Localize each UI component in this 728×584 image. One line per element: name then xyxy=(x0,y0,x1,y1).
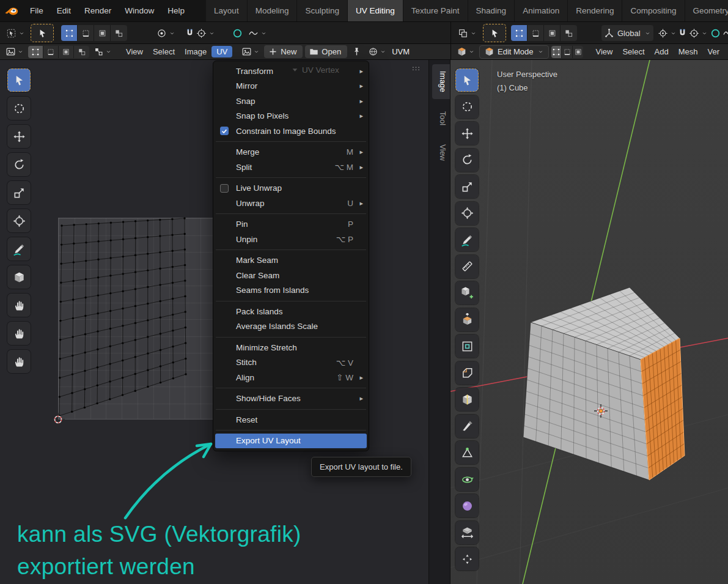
sticky-selection-dropdown[interactable] xyxy=(92,45,114,58)
mesh-select-mode-1[interactable] xyxy=(551,46,562,58)
transform-tool[interactable] xyxy=(7,209,31,232)
menu-item-unwrap[interactable]: UnwrapU▸ xyxy=(215,196,367,211)
uv-select-mode-4[interactable] xyxy=(74,46,89,58)
uv-selection-toggles-1[interactable] xyxy=(61,25,78,41)
annotate-tool[interactable] xyxy=(7,237,31,261)
move-tool[interactable] xyxy=(7,125,31,148)
relax-tool[interactable] xyxy=(7,322,31,345)
mesh-select-mode-3[interactable] xyxy=(573,46,583,58)
snapping-controls[interactable] xyxy=(182,25,218,41)
workspace-tab-animation[interactable]: Animation xyxy=(515,0,568,21)
tweak-select-tool[interactable] xyxy=(7,68,31,92)
edge-slide-tool[interactable] xyxy=(455,521,479,544)
selection-toggles-3[interactable] xyxy=(544,25,561,41)
workspace-tab-uv-editing[interactable]: UV Editing xyxy=(348,0,403,21)
menu-item-clear-seam[interactable]: Clear Seam xyxy=(215,268,367,283)
menu-item-live-unwrap[interactable]: Live Unwrap xyxy=(215,181,367,196)
extrude-region-tool[interactable] xyxy=(455,308,479,331)
transform-tool[interactable] xyxy=(455,202,479,225)
measure-tool[interactable] xyxy=(455,255,479,278)
poly-build-tool[interactable] xyxy=(455,441,479,464)
viewport-menu-mesh[interactable]: Mesh xyxy=(674,46,703,57)
shrink-fatten-tool[interactable] xyxy=(455,547,479,571)
topbar-menu-file[interactable]: File xyxy=(23,0,50,22)
uv-select-mode-3[interactable] xyxy=(59,46,74,58)
rip-region-tool[interactable] xyxy=(7,265,31,289)
select-circle-tool[interactable] xyxy=(455,95,479,119)
add-cube-tool[interactable] xyxy=(455,281,479,305)
workspace-tab-sculpting[interactable]: Sculpting xyxy=(297,0,348,21)
workspace-tab-geometry-n[interactable]: Geometry N xyxy=(685,0,728,21)
menu-item-align[interactable]: Align⇧ W▸ xyxy=(215,370,367,385)
viewport-3d[interactable]: User Perspective (1) Cube xyxy=(450,60,728,584)
sidebar-tab-tool[interactable]: Tool xyxy=(432,105,450,132)
menu-item-split[interactable]: Split⌥ M▸ xyxy=(215,160,367,175)
uv-selection-toggles-2[interactable] xyxy=(78,25,94,41)
uv-menu-uv[interactable]: UV xyxy=(211,46,232,57)
menu-item-export-uv-layout[interactable]: Export UV Layout xyxy=(215,434,367,449)
topbar-menu-window[interactable]: Window xyxy=(118,0,161,22)
workspace-tab-compositing[interactable]: Compositing xyxy=(622,0,685,21)
move-tool[interactable] xyxy=(455,122,479,145)
menu-item-transform[interactable]: Transform▸ xyxy=(215,64,367,79)
loop-cut-tool[interactable] xyxy=(455,388,479,411)
viewport-menu-ver[interactable]: Ver xyxy=(702,46,724,57)
sidebar-tab-view[interactable]: View xyxy=(432,138,450,168)
spin-tool[interactable] xyxy=(455,468,479,491)
uv-select-mode-2[interactable] xyxy=(43,46,59,58)
topbar-menu-render[interactable]: Render xyxy=(78,0,118,22)
scale-tool[interactable] xyxy=(455,175,479,198)
editor-type-dropdown[interactable] xyxy=(4,45,26,58)
pin-button[interactable] xyxy=(350,45,364,58)
menu-item-pin[interactable]: PinP xyxy=(215,217,367,232)
active-tool-type-dropdown[interactable] xyxy=(455,25,479,41)
region-options-grip[interactable] xyxy=(411,64,421,74)
uv-selection-toggles-3[interactable] xyxy=(94,25,111,41)
viewport-menu-add[interactable]: Add xyxy=(650,46,674,57)
falloff-curve-dropdown[interactable] xyxy=(720,25,728,41)
menu-item-mirror[interactable]: Mirror▸ xyxy=(215,79,367,94)
mode-dropdown[interactable]: Edit Mode xyxy=(479,45,549,59)
uv-select-mode-1[interactable] xyxy=(28,46,43,58)
workspace-tab-rendering[interactable]: Rendering xyxy=(568,0,622,21)
menu-item-snap[interactable]: Snap▸ xyxy=(215,94,367,109)
selection-toggles-1[interactable] xyxy=(511,25,528,41)
uv-selection-toggles-4[interactable] xyxy=(111,25,127,41)
editor-type-dropdown[interactable] xyxy=(455,45,477,58)
uv-menu-image[interactable]: Image xyxy=(180,46,211,57)
scale-tool[interactable] xyxy=(7,181,31,204)
mesh-select-mode-2[interactable] xyxy=(562,46,573,58)
menu-item-mark-seam[interactable]: Mark Seam xyxy=(215,253,367,268)
pinch-tool[interactable] xyxy=(7,350,31,373)
menu-item-stitch[interactable]: Stitch⌥ V xyxy=(215,355,367,371)
transform-orientation-dropdown[interactable]: Global xyxy=(601,25,653,41)
menu-item-show-hide-faces[interactable]: Show/Hide Faces▸ xyxy=(215,391,367,407)
selection-toggles-2[interactable] xyxy=(528,25,544,41)
topbar-menu-help[interactable]: Help xyxy=(161,0,191,22)
falloff-curve-dropdown[interactable] xyxy=(246,25,270,41)
image-browse-dropdown[interactable] xyxy=(240,45,262,58)
topbar-menu-edit[interactable]: Edit xyxy=(50,0,78,22)
new-image-button[interactable]: New xyxy=(264,45,303,58)
menu-item-snap-to-pixels[interactable]: Snap to Pixels▸ xyxy=(215,109,367,124)
knife-tool[interactable] xyxy=(455,415,479,438)
snapping-controls[interactable] xyxy=(675,25,710,41)
menu-item-seams-from-islands[interactable]: Seams from Islands xyxy=(215,283,367,298)
menu-item-unpin[interactable]: Unpin⌥ P xyxy=(215,232,367,247)
smooth-tool[interactable] xyxy=(455,494,479,517)
viewport-menu-select[interactable]: Select xyxy=(617,46,649,57)
workspace-tab-texture-paint[interactable]: Texture Paint xyxy=(403,0,468,21)
viewport-menu-view[interactable]: View xyxy=(590,46,617,57)
workspace-tab-shading[interactable]: Shading xyxy=(468,0,515,21)
menu-item-merge[interactable]: MergeM▸ xyxy=(215,145,367,160)
active-tool-type-dropdown[interactable] xyxy=(4,25,28,41)
inset-faces-tool[interactable] xyxy=(455,335,479,358)
workspace-tab-modeling[interactable]: Modeling xyxy=(248,0,298,21)
open-image-button[interactable]: Open xyxy=(305,45,347,58)
active-tool-indicator[interactable] xyxy=(31,24,54,42)
bevel-tool[interactable] xyxy=(455,361,479,385)
uv-menu-select[interactable]: Select xyxy=(148,46,180,57)
select-circle-tool[interactable] xyxy=(7,97,31,120)
blender-logo-icon[interactable] xyxy=(0,0,23,21)
menu-item-average-islands-scale[interactable]: Average Islands Scale xyxy=(215,319,367,335)
